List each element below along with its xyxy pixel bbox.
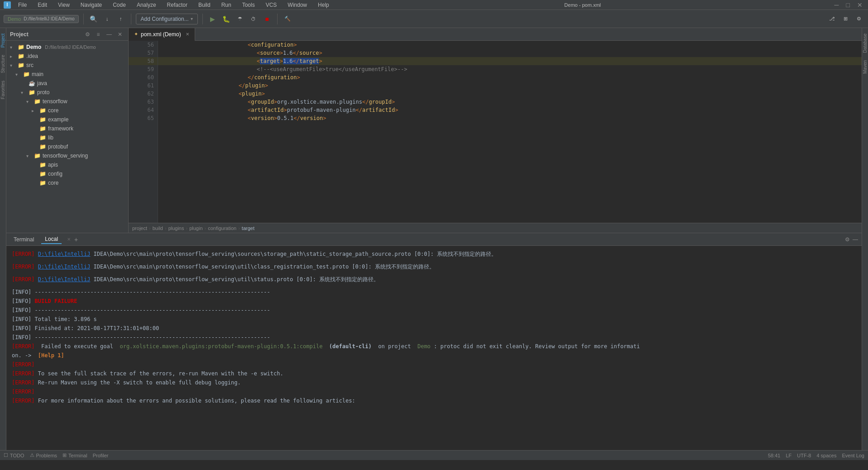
sidebar-settings-icon[interactable]: ⚙ [83,30,92,39]
stop-button[interactable]: ■ [262,14,273,24]
tree-item-config[interactable]: 📁 config [6,169,128,178]
git-push-button[interactable]: ↑ [115,14,126,24]
sidebar-collapse-icon[interactable]: — [105,30,114,39]
menu-refactor[interactable]: Refactor [163,1,191,9]
terminal-output[interactable]: [ERROR] D:\file\IntelliJ IDEA\Demo\src\m… [6,246,862,450]
menu-navigate[interactable]: Navigate [77,1,106,9]
event-log[interactable]: Event Log [842,453,864,458]
tree-item-core-serving[interactable]: 📁 core [6,178,128,187]
maximize-button[interactable]: □ [846,1,850,9]
sidebar-expand-icon[interactable]: ≡ [94,30,103,39]
menu-build[interactable]: Build [195,1,214,9]
menu-window[interactable]: Window [284,1,311,9]
tree-item-tensorflow[interactable]: ▾ 📁 tensorflow [6,97,128,106]
tree-item-main[interactable]: ▾ 📁 main [6,70,128,79]
tree-item-core-tf[interactable]: ▸ 📁 core [6,106,128,115]
terminal-tools: ⚙ — [845,236,858,243]
code-editor[interactable]: <configuration> <source>1.6</source> [158,41,862,223]
xml-file-icon: ✦ [134,31,138,37]
help-link[interactable]: [Help 1] [38,352,64,359]
terminal-minimize-icon[interactable]: — [853,236,858,243]
toolbar-separator-2 [131,14,131,24]
terminal-error-switch-x: [ERROR] Re-run Maven using the -X switch… [12,378,856,387]
tree-item-tensorflow-serving[interactable]: ▾ 📁 tensorflow_serving [6,151,128,160]
todo-status[interactable]: ☐ TODO [4,452,24,458]
minimize-button[interactable]: ─ [834,1,839,9]
terminal-settings-icon[interactable]: ⚙ [845,236,850,243]
tree-item-java[interactable]: ☕ java [6,79,128,88]
sidebar-header: Project ⚙ ≡ — ✕ [6,28,128,41]
breadcrumb-project[interactable]: project [132,225,147,231]
problems-status[interactable]: ⚠ Problems [30,452,57,458]
coverage-button[interactable]: ☂ [235,14,245,24]
search-everywhere-button[interactable]: 🔍 [88,14,99,24]
local-tab-close[interactable]: ✕ [67,237,71,242]
close-button[interactable]: ✕ [857,1,863,9]
menu-view[interactable]: View [54,1,73,9]
project-tab[interactable]: Project [0,30,6,51]
editor-breadcrumb: project › build › plugins › plugin › con… [129,223,862,233]
terminal-error-empty-2: [ERROR] [12,387,856,396]
tree-item-example[interactable]: 📁 example [6,115,128,124]
tree-item-demo[interactable]: ▾ 📁 Demo D:/file/IntelliJ IDEA/Demo [6,43,128,52]
terminal-label[interactable]: Terminal [10,235,38,244]
error-link-3[interactable]: D:\file\IntelliJ [38,275,91,284]
menu-file[interactable]: File [14,1,30,9]
pom-xml-tab-close[interactable]: ✕ [186,32,189,37]
breadcrumb-plugins[interactable]: plugins [168,225,184,231]
editor-content[interactable]: 56 57 58 59 60 61 62 63 64 65 [129,41,862,223]
add-terminal-button[interactable]: + [74,236,78,243]
tree-item-proto[interactable]: ▾ 📁 proto [6,88,128,97]
project-tree: ▾ 📁 Demo D:/file/IntelliJ IDEA/Demo ▸ 📁 [6,41,128,233]
breadcrumb-target[interactable]: target [242,225,254,231]
debug-button[interactable]: 🐛 [221,14,232,24]
settings-button[interactable]: ⚙ [854,14,864,24]
sidebar-panel-title: Project [10,31,29,38]
menu-tools[interactable]: Tools [239,1,259,9]
tree-item-lib[interactable]: 📁 lib [6,133,128,142]
tree-item-idea[interactable]: ▸ 📁 .idea [6,52,128,61]
profile-button[interactable]: ⏱ [248,14,259,24]
cursor-position[interactable]: 58:41 [768,453,781,458]
profiler-status[interactable]: Profiler [93,453,109,458]
tree-item-protobuf[interactable]: 📁 protobuf [6,142,128,151]
maven-tab[interactable]: Maven [862,57,868,77]
structure-tab-left[interactable]: Structure [0,51,6,77]
menu-analyze[interactable]: Analyze [133,1,160,9]
pom-xml-tab[interactable]: ✦ pom.xml (Demo) ✕ [129,28,195,41]
line-separator[interactable]: LF [786,453,791,458]
gutter-65 [129,114,138,122]
breadcrumb-plugin[interactable]: plugin [189,225,202,231]
terminal-status[interactable]: ⊞ Terminal [62,452,87,458]
favorites-tab[interactable]: Favorites [0,77,6,103]
title-bar-controls: ─ □ ✕ [833,1,864,9]
breadcrumb-configuration[interactable]: configuration [208,225,236,231]
run-button[interactable]: ▶ [207,14,218,24]
menu-help[interactable]: Help [314,1,333,9]
menu-run[interactable]: Run [218,1,235,9]
breadcrumb-build[interactable]: build [153,225,163,231]
sidebar-close-icon[interactable]: ✕ [115,30,125,39]
menu-code[interactable]: Code [109,1,129,9]
build-project-button[interactable]: 🔨 [282,14,293,24]
project-selector[interactable]: Demo D:/file/IntelliJ IDEA/Demo [4,15,79,23]
local-tab[interactable]: Local [41,235,62,244]
add-configuration-button[interactable]: Add Configuration... ▾ [136,14,198,24]
tree-item-src[interactable]: ▾ 📁 src [6,61,128,70]
tree-item-apis[interactable]: 📁 apis [6,160,128,169]
file-encoding[interactable]: UTF-8 [797,453,811,458]
spacer-1 [12,259,856,262]
linenum-60: 60 [138,73,158,82]
vcs-operations-button[interactable]: ⎇ [826,14,837,24]
terminal-tab-bar: Terminal Local ✕ + ⚙ — [6,233,862,246]
indent-info[interactable]: 4 spaces [816,453,836,458]
tree-item-framework[interactable]: 📁 framework [6,124,128,133]
error-link-1[interactable]: D:\file\IntelliJ [38,249,91,259]
menu-edit[interactable]: Edit [34,1,51,9]
menu-vcs[interactable]: VCS [262,1,281,9]
terminal-label-status: Terminal [68,453,87,458]
database-tab[interactable]: Database [862,30,868,57]
terminal-button[interactable]: ⊞ [840,14,851,24]
git-update-button[interactable]: ↓ [102,14,113,24]
error-link-2[interactable]: D:\file\IntelliJ [38,262,91,271]
